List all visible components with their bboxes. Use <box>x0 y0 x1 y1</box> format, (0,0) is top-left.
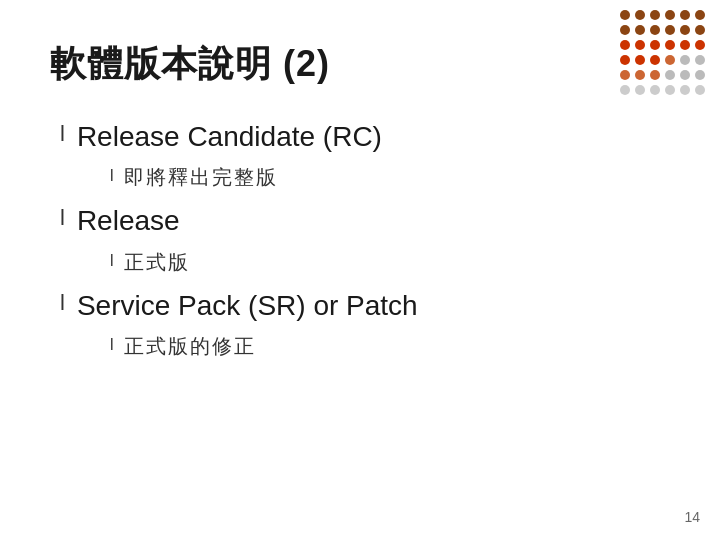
decorative-dot <box>635 85 645 95</box>
decorative-dot <box>650 85 660 95</box>
decorative-dot <box>620 70 630 80</box>
decorative-dot <box>620 55 630 65</box>
dots-grid <box>620 10 710 97</box>
decorative-dot <box>635 55 645 65</box>
bullet1-rc: l <box>60 121 65 147</box>
level1-text-servicepack: Service Pack (SR) or Patch <box>77 288 418 324</box>
page-number: 14 <box>684 509 700 525</box>
section-rc: l Release Candidate (RC) l 即將釋出完整版 <box>60 119 670 191</box>
decorative-dot <box>650 25 660 35</box>
decorative-dot <box>680 85 690 95</box>
level1-item-rc: l Release Candidate (RC) <box>60 119 670 155</box>
decorative-dot <box>680 40 690 50</box>
decorative-dot <box>635 10 645 20</box>
decorative-dot <box>620 40 630 50</box>
decorative-dot <box>650 55 660 65</box>
decorative-dot <box>665 10 675 20</box>
level2-item-rc-1: l 即將釋出完整版 <box>110 163 670 191</box>
decorative-dot <box>695 70 705 80</box>
level2-item-servicepack-1: l 正式版的修正 <box>110 332 670 360</box>
decorative-dot <box>635 25 645 35</box>
decorative-dot <box>695 85 705 95</box>
decorative-dot <box>695 25 705 35</box>
decorative-dot <box>695 10 705 20</box>
decorative-dot <box>650 10 660 20</box>
decorative-dot <box>635 40 645 50</box>
decorative-dot <box>650 70 660 80</box>
level2-text-servicepack-1: 正式版的修正 <box>124 332 256 360</box>
level2-text-rc-1: 即將釋出完整版 <box>124 163 278 191</box>
level1-item-release: l Release <box>60 203 670 239</box>
bullet2-servicepack-1: l <box>110 336 114 354</box>
level2-text-release-1: 正式版 <box>124 248 190 276</box>
decorative-dot <box>665 25 675 35</box>
decorative-dot <box>665 70 675 80</box>
slide-content: l Release Candidate (RC) l 即將釋出完整版 l Rel… <box>50 119 670 360</box>
decorative-dot <box>665 55 675 65</box>
decorative-dot <box>635 70 645 80</box>
slide: 軟體版本說明 (2) l Release Candidate (RC) l 即將… <box>0 0 720 540</box>
decorative-dot <box>680 55 690 65</box>
decorative-dot <box>680 10 690 20</box>
bullet1-release: l <box>60 205 65 231</box>
section-servicepack: l Service Pack (SR) or Patch l 正式版的修正 <box>60 288 670 360</box>
decorative-dots <box>620 10 710 100</box>
level2-item-release-1: l 正式版 <box>110 248 670 276</box>
bullet2-release-1: l <box>110 252 114 270</box>
decorative-dot <box>695 55 705 65</box>
level1-item-servicepack: l Service Pack (SR) or Patch <box>60 288 670 324</box>
decorative-dot <box>680 70 690 80</box>
bullet2-rc-1: l <box>110 167 114 185</box>
decorative-dot <box>680 25 690 35</box>
section-release: l Release l 正式版 <box>60 203 670 275</box>
decorative-dot <box>620 25 630 35</box>
slide-title: 軟體版本說明 (2) <box>50 40 670 89</box>
decorative-dot <box>620 85 630 95</box>
decorative-dot <box>650 40 660 50</box>
decorative-dot <box>695 40 705 50</box>
decorative-dot <box>665 40 675 50</box>
level1-text-release: Release <box>77 203 180 239</box>
level1-text-rc: Release Candidate (RC) <box>77 119 382 155</box>
decorative-dot <box>665 85 675 95</box>
bullet1-servicepack: l <box>60 290 65 316</box>
decorative-dot <box>620 10 630 20</box>
